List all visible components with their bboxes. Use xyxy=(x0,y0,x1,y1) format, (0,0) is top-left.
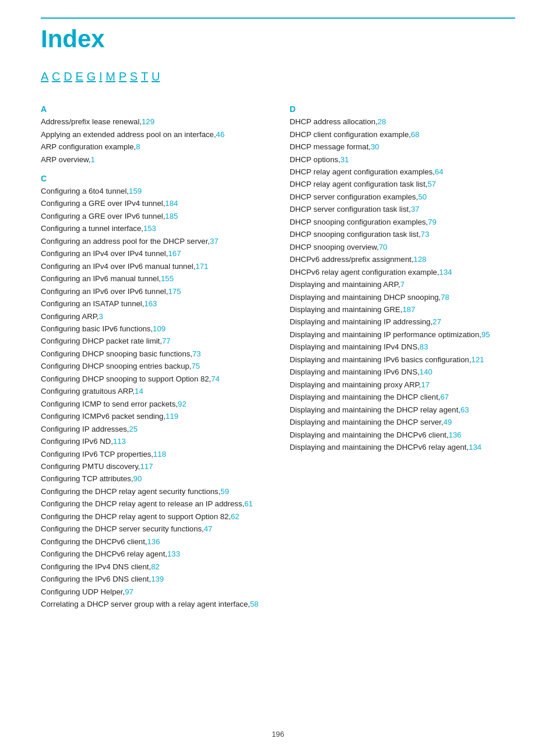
alpha-nav-letter-g[interactable]: G xyxy=(87,70,96,83)
index-entry: Configuring an IPv4 over IPv6 manual tun… xyxy=(41,261,266,272)
page-num[interactable]: 77 xyxy=(162,337,171,345)
page-num[interactable]: 47 xyxy=(204,524,213,533)
page-num[interactable]: 153 xyxy=(143,224,156,233)
page-num[interactable]: 7 xyxy=(400,280,404,289)
page-num[interactable]: 31 xyxy=(340,155,349,164)
index-entry: Configuring the DHCP relay agent securit… xyxy=(41,486,266,498)
alpha-nav-letter-d[interactable]: D xyxy=(64,70,72,83)
page-num[interactable]: 78 xyxy=(441,293,449,302)
page-num[interactable]: 117 xyxy=(140,462,153,471)
page-num[interactable]: 134 xyxy=(469,443,481,452)
page-num[interactable]: 83 xyxy=(420,342,428,351)
page-num[interactable]: 62 xyxy=(231,512,240,521)
page-num[interactable]: 139 xyxy=(151,575,164,583)
page-num[interactable]: 155 xyxy=(161,274,174,283)
page-num[interactable]: 121 xyxy=(471,355,484,364)
alpha-nav-letter-t[interactable]: T xyxy=(141,70,148,83)
page-num[interactable]: 14 xyxy=(135,387,143,396)
page-num[interactable]: 136 xyxy=(449,430,462,439)
index-entry: Configuring an IPv4 over IPv4 tunnel,167 xyxy=(41,248,266,260)
index-entry: Displaying and maintaining the DHCPv6 re… xyxy=(290,442,515,453)
page-num[interactable]: 1 xyxy=(91,155,95,164)
index-entry: Configuring a tunnel interface,153 xyxy=(41,223,266,235)
index-entry: Configuring ICMP to send error packets,9… xyxy=(41,398,266,410)
index-entry: DHCP snooping configuration task list,73 xyxy=(290,229,515,240)
page-num[interactable]: 175 xyxy=(168,287,181,296)
page-num[interactable]: 136 xyxy=(147,537,160,546)
alpha-nav-letter-p[interactable]: P xyxy=(119,70,126,83)
index-entry: DHCP relay agent configuration examples,… xyxy=(290,166,515,178)
page-num[interactable]: 3 xyxy=(98,312,103,321)
index-entry: Displaying and maintaining the DHCP rela… xyxy=(290,404,515,416)
index-entry: Configuring the IPv6 DNS client,139 xyxy=(41,573,266,585)
page-num[interactable]: 63 xyxy=(460,405,469,414)
page-num[interactable]: 95 xyxy=(481,330,490,339)
page-num[interactable]: 171 xyxy=(195,262,208,271)
page-num[interactable]: 58 xyxy=(250,600,259,608)
page-num[interactable]: 75 xyxy=(192,362,200,370)
page-num[interactable]: 25 xyxy=(129,425,138,433)
alpha-nav-letter-u[interactable]: U xyxy=(152,70,160,83)
page-num[interactable]: 79 xyxy=(428,218,437,226)
page-num[interactable]: 59 xyxy=(220,487,229,496)
page-num[interactable]: 73 xyxy=(421,230,430,239)
index-entry: Configuring the IPv4 DNS client,82 xyxy=(41,561,266,573)
page-num[interactable]: 90 xyxy=(133,474,142,483)
alpha-nav-letter-e[interactable]: E xyxy=(76,70,83,83)
page-num[interactable]: 187 xyxy=(403,305,416,314)
page-num[interactable]: 129 xyxy=(142,117,154,126)
section-letter-c: C xyxy=(41,174,266,183)
page-num[interactable]: 118 xyxy=(153,450,166,459)
page-num[interactable]: 37 xyxy=(210,237,219,246)
page-num[interactable]: 70 xyxy=(379,243,388,251)
page-num[interactable]: 8 xyxy=(136,142,140,151)
index-entry: Displaying and maintaining proxy ARP,17 xyxy=(290,379,515,391)
alpha-nav-letter-a[interactable]: A xyxy=(41,70,48,83)
page-num[interactable]: 82 xyxy=(151,562,160,571)
index-entry: DHCP server configuration task list,37 xyxy=(290,204,515,215)
page-num[interactable]: 119 xyxy=(166,412,178,421)
page-num[interactable]: 159 xyxy=(129,187,142,195)
index-entry: Address/prefix lease renewal,129 xyxy=(41,116,266,128)
page-num[interactable]: 37 xyxy=(411,205,420,214)
index-entry: Displaying and maintaining IP addressing… xyxy=(290,316,515,328)
page-num[interactable]: 27 xyxy=(432,317,441,326)
index-entry: Displaying and maintaining IP performanc… xyxy=(290,329,515,341)
page-num[interactable]: 46 xyxy=(216,130,225,139)
page-num[interactable]: 133 xyxy=(167,550,180,558)
page-num[interactable]: 167 xyxy=(168,249,181,258)
alpha-nav-letter-i[interactable]: I xyxy=(99,70,103,83)
page-num[interactable]: 73 xyxy=(192,349,201,358)
page-num[interactable]: 185 xyxy=(165,212,178,220)
index-entry: DHCP snooping overview,70 xyxy=(290,242,515,253)
section-letter-a: A xyxy=(41,104,266,114)
page-num[interactable]: 97 xyxy=(125,587,133,596)
page-num[interactable]: 68 xyxy=(411,130,420,139)
index-entry: Configuring an IPv6 manual tunnel,155 xyxy=(41,273,266,285)
page-num[interactable]: 61 xyxy=(244,499,253,508)
page-num[interactable]: 134 xyxy=(439,268,452,276)
page-num[interactable]: 113 xyxy=(113,437,126,446)
page-num[interactable]: 28 xyxy=(378,117,386,126)
page-num[interactable]: 57 xyxy=(428,180,437,188)
index-entry: DHCP address allocation,28 xyxy=(290,116,515,128)
page-num[interactable]: 49 xyxy=(444,418,452,426)
page-num[interactable]: 74 xyxy=(211,374,220,383)
page-num[interactable]: 17 xyxy=(421,380,430,389)
page-num[interactable]: 30 xyxy=(371,142,379,151)
page-num[interactable]: 92 xyxy=(178,400,186,408)
page-num[interactable]: 128 xyxy=(414,255,427,264)
page-num[interactable]: 67 xyxy=(441,393,449,401)
index-entry: ARP configuration example,8 xyxy=(41,141,266,153)
page-num[interactable]: 140 xyxy=(420,368,432,376)
page-num[interactable]: 50 xyxy=(418,192,427,201)
alpha-nav-letter-s[interactable]: S xyxy=(130,70,138,83)
page-num[interactable]: 64 xyxy=(435,167,444,176)
alpha-nav-letter-c[interactable]: C xyxy=(52,70,60,83)
alpha-nav-letter-m[interactable]: M xyxy=(105,70,115,83)
page-num[interactable]: 163 xyxy=(144,299,157,308)
page-num[interactable]: 184 xyxy=(165,199,178,208)
page-num[interactable]: 109 xyxy=(153,324,166,333)
page: Index A C D E G I M P S T U AAddress/pre… xyxy=(0,0,556,756)
page-title: Index xyxy=(41,26,515,52)
